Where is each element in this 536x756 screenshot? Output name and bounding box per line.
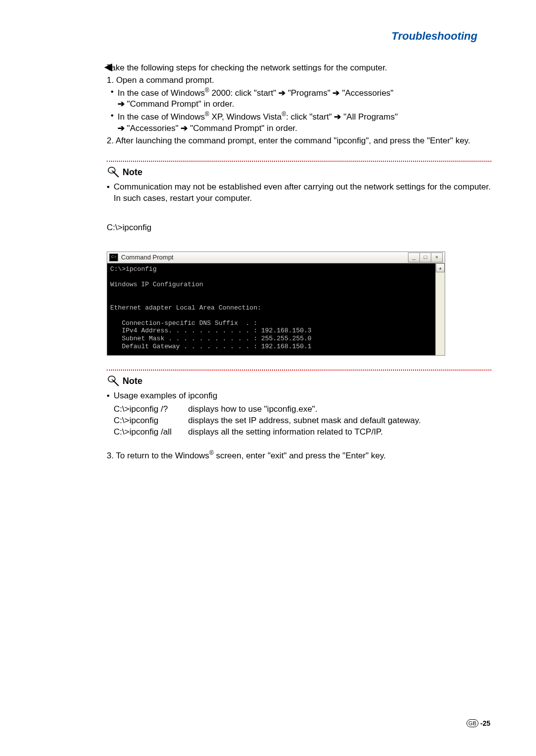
arrow-icon: ➔ — [118, 124, 125, 133]
step-1-bullet-2: In the case of Windows® XP, Windows Vist… — [107, 110, 491, 123]
close-button[interactable]: × — [431, 252, 443, 262]
note-1-text: Communication may not be established eve… — [107, 182, 491, 204]
text: XP, Windows Vista — [209, 112, 282, 122]
arrow-icon: ➔ — [278, 88, 285, 98]
cmd-app-icon: C:\ — [109, 253, 118, 261]
minimize-button[interactable]: _ — [408, 252, 420, 262]
note-block-2: Note Usage examples of ipconfig C:\>ipco… — [107, 370, 491, 438]
arrow-icon: ➔ — [118, 99, 125, 109]
text: "Accessories" — [125, 124, 181, 133]
step-1-bullet-1-cont: ➔ "Command Prompt" in order. — [107, 99, 491, 110]
command-example-label: C:\>ipconfig — [107, 222, 491, 234]
arrow-icon: ➔ — [334, 112, 341, 122]
dotted-divider — [107, 370, 491, 371]
maximize-button[interactable]: □ — [419, 252, 431, 262]
text: 2000: click "start" — [209, 88, 279, 98]
example-cmd: C:\>ipconfig /? — [114, 404, 188, 415]
note-pencil-icon — [107, 375, 120, 387]
step-1: 1. Open a command prompt. — [107, 75, 491, 86]
example-cmd: C:\>ipconfig /all — [114, 427, 188, 438]
arrow-icon: ➔ — [333, 88, 339, 98]
text: : click "start" — [286, 112, 334, 122]
example-row: C:\>ipconfig /all displays all the setti… — [114, 427, 491, 438]
text: "Command Prompt" in order. — [188, 124, 297, 133]
note-label: Note — [123, 166, 142, 178]
step-1-bullet-2-cont: ➔ "Accessories" ➔ "Command Prompt" in or… — [107, 123, 491, 134]
example-desc: displays all the setting information rel… — [188, 427, 383, 438]
example-row: C:\>ipconfig displays the set IP address… — [114, 415, 491, 427]
step-2: 2. After launching the command prompt, e… — [107, 135, 491, 147]
usage-heading: Usage examples of ipconfig — [107, 390, 491, 402]
page-num-value: -25 — [480, 719, 490, 727]
example-cmd: C:\>ipconfig — [114, 415, 188, 427]
svg-marker-0 — [104, 63, 112, 71]
section-title: Troubleshooting — [45, 30, 477, 43]
example-row: C:\>ipconfig /? displays how to use "ipc… — [114, 404, 491, 415]
cmd-output: C:\>ipconfig Windows IP Configuration Et… — [107, 263, 445, 356]
scroll-up-button[interactable]: ▴ — [436, 263, 445, 272]
text: In the case of Windows — [118, 112, 205, 122]
example-desc: displays the set IP address, subnet mask… — [188, 415, 421, 427]
example-desc: displays how to use "ipconfig.exe". — [188, 404, 318, 415]
dotted-divider — [107, 161, 491, 162]
note-pencil-icon — [107, 166, 120, 179]
note-block-1: Note Communication may not be establishe… — [107, 161, 491, 204]
registered-icon: ® — [205, 111, 209, 118]
page-number: GB -25 — [467, 719, 490, 727]
registered-icon: ® — [281, 111, 286, 118]
text: "Programs" — [285, 88, 333, 98]
back-arrow-icon — [103, 63, 113, 72]
text: In the case of Windows — [118, 88, 205, 98]
command-prompt-window: C:\ Command Prompt _ □ × C:\>ipconfig Wi… — [107, 252, 445, 356]
step-3: 3. To return to the Windows® screen, ent… — [107, 449, 491, 462]
text: screen, enter "exit" and press the "Ente… — [213, 451, 386, 460]
registered-icon: ® — [205, 87, 209, 94]
cmd-titlebar: C:\ Command Prompt _ □ × — [107, 252, 445, 263]
scrollbar[interactable]: ▴ — [435, 263, 445, 356]
arrow-icon: ➔ — [181, 124, 188, 133]
region-badge: GB — [467, 719, 478, 727]
step-1-bullet-1: In the case of Windows® 2000: click "sta… — [107, 86, 491, 99]
text: "Accessories" — [339, 88, 393, 98]
note-label: Note — [123, 375, 142, 387]
body-content: Take the following steps for checking th… — [107, 63, 491, 462]
text: "All Programs" — [341, 112, 398, 122]
intro-text: Take the following steps for checking th… — [107, 63, 491, 74]
text: 3. To return to the Windows — [107, 451, 209, 460]
cmd-window-title: Command Prompt — [121, 253, 173, 262]
text: "Command Prompt" in order. — [125, 99, 234, 109]
